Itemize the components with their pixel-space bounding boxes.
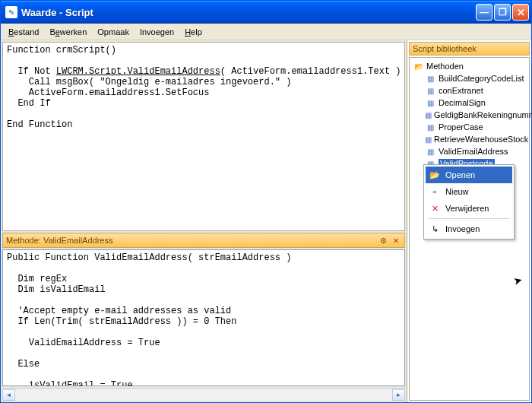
titlebar[interactable]: ✎ Waarde - Script — ❐ ✕: [1, 1, 531, 24]
method-code-text[interactable]: Public Function ValidEmailAddress( strEm…: [3, 250, 404, 386]
menu-help[interactable]: Help: [180, 26, 207, 38]
menubar: Bestand Bewerken Opmaak Invoegen Help: [1, 24, 531, 40]
window-frame: ✎ Waarde - Script — ❐ ✕ Bestand Bewerken…: [0, 0, 532, 403]
context-delete-label: Verwijderen: [445, 204, 489, 213]
tree-item[interactable]: ▦conExtranet: [411, 84, 527, 97]
delete-icon: ✕: [429, 202, 441, 214]
menu-file[interactable]: Bestand: [4, 26, 43, 38]
method-code-editor[interactable]: Public Function ValidEmailAddress( strEm…: [2, 249, 405, 386]
left-column: Function crmScript() If Not LWCRM.Script…: [1, 40, 407, 402]
tree-item[interactable]: ▦RetrieveWarehouseStock: [411, 133, 527, 145]
sidebar: Script bibliotheek 📂 Methoden ▦BuildCate…: [407, 40, 531, 402]
script-icon: ▦: [425, 110, 432, 120]
new-icon: ▫: [429, 186, 441, 198]
context-menu: 📂 Openen ▫ Nieuw ✕ Verwijderen ↳ Invoe: [423, 164, 515, 240]
tree-root-label: Methoden: [426, 62, 464, 71]
context-new-label: Nieuw: [445, 187, 469, 196]
tree-item[interactable]: ▦ProperCase: [411, 121, 527, 133]
open-folder-icon: 📂: [429, 169, 441, 181]
script-icon: ▦: [425, 74, 436, 84]
context-separator: [429, 218, 509, 219]
menu-format[interactable]: Opmaak: [93, 26, 134, 38]
sidebar-header: Script bibliotheek: [409, 42, 530, 56]
tree-item[interactable]: ▦DecimalSign: [411, 97, 527, 109]
library-tree[interactable]: 📂 Methoden ▦BuildCategoryCodeList ▦conEx…: [409, 57, 530, 401]
context-insert[interactable]: ↳ Invoegen: [426, 221, 512, 237]
horizontal-scrollbar[interactable]: ◄ ►: [2, 388, 405, 401]
scroll-left-button[interactable]: ◄: [2, 389, 15, 401]
method-close-icon[interactable]: ✕: [391, 235, 401, 246]
tree-root[interactable]: 📂 Methoden: [411, 60, 527, 72]
context-delete[interactable]: ✕ Verwijderen: [426, 200, 512, 217]
script-icon: ▦: [425, 147, 436, 157]
method-header-label: Methode: ValidEmailAddress: [6, 236, 112, 245]
menu-edit[interactable]: Bewerken: [45, 26, 91, 38]
window-title: Waarde - Script: [21, 7, 476, 18]
script-icon: ▦: [425, 122, 436, 132]
context-insert-label: Invoegen: [445, 224, 480, 233]
folder-icon: 📂: [413, 62, 424, 71]
close-button[interactable]: ✕: [512, 4, 529, 21]
script-icon: ▦: [425, 135, 432, 144]
tree-item[interactable]: ▦BuildCategoryCodeList: [411, 72, 527, 84]
scroll-track[interactable]: [15, 389, 392, 401]
method-panel-header[interactable]: Methode: ValidEmailAddress ⚙ ✕: [2, 233, 405, 248]
insert-icon: ↳: [429, 223, 441, 235]
tree-item[interactable]: ▦GeldigBankRekeningnummer: [411, 109, 527, 121]
minimize-button[interactable]: —: [476, 4, 492, 21]
app-icon: ✎: [5, 6, 17, 18]
code-text[interactable]: Function crmScript() If Not LWCRM.Script…: [3, 43, 404, 132]
main-code-editor[interactable]: Function crmScript() If Not LWCRM.Script…: [2, 42, 405, 231]
method-action-icon[interactable]: ⚙: [378, 235, 388, 246]
scroll-right-button[interactable]: ►: [392, 389, 405, 401]
context-open-label: Openen: [445, 170, 475, 179]
script-icon: ▦: [425, 98, 436, 108]
context-new[interactable]: ▫ Nieuw: [426, 183, 512, 200]
context-open[interactable]: 📂 Openen: [426, 167, 512, 183]
script-icon: ▦: [425, 86, 436, 96]
sidebar-header-label: Script bibliotheek: [413, 44, 477, 53]
client-area: Function crmScript() If Not LWCRM.Script…: [1, 40, 531, 402]
tree-item[interactable]: ▦ValidEmailAddress: [411, 145, 527, 157]
menu-insert[interactable]: Invoegen: [135, 26, 179, 38]
mouse-cursor-icon: ➤: [512, 274, 524, 288]
maximize-button[interactable]: ❐: [494, 4, 511, 21]
